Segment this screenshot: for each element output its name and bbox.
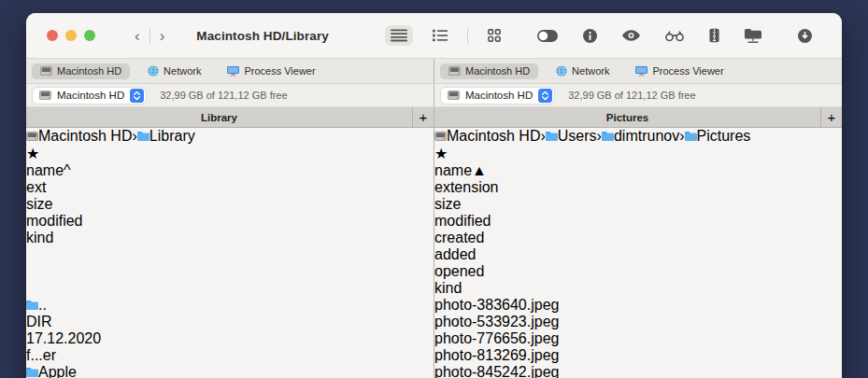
photo-item[interactable]: photo-533923.jpeg bbox=[434, 314, 842, 330]
column-header-name[interactable]: name▲ bbox=[434, 162, 842, 179]
breadcrumb-item[interactable]: Users bbox=[546, 128, 597, 144]
breadcrumb-item[interactable]: Macintosh HD bbox=[26, 128, 132, 144]
dual-pane-toggle-icon[interactable] bbox=[532, 26, 563, 46]
volume-selector[interactable]: Macintosh HD bbox=[32, 87, 147, 105]
forward-button[interactable]: › bbox=[150, 28, 175, 44]
right-drive-bar: Macintosh HD 32,99 GB of 121,12 GB free bbox=[434, 84, 842, 106]
history-nav: ‹ › bbox=[125, 28, 174, 44]
column-header-opened[interactable]: opened bbox=[434, 263, 842, 280]
column-header-added[interactable]: added bbox=[434, 246, 842, 263]
selected-volume-label: Macintosh HD bbox=[57, 90, 124, 101]
column-header-kind[interactable]: kind bbox=[434, 280, 842, 297]
detail-list-view-icon[interactable] bbox=[427, 25, 453, 46]
photo-item[interactable]: photo-845242.jpeg bbox=[434, 364, 842, 378]
right-tab-bar: Macintosh HDNetworkProcess Viewer bbox=[434, 59, 842, 83]
tab-network[interactable]: Network bbox=[548, 63, 618, 79]
network-folder-icon[interactable] bbox=[739, 25, 767, 47]
breadcrumb-item[interactable]: dimtrunov bbox=[602, 128, 679, 144]
breadcrumb: Macintosh HD›Users›dimtrunov›Pictures bbox=[434, 128, 842, 145]
photo-filename: photo-533923.jpeg bbox=[434, 314, 842, 330]
tab-process-viewer[interactable]: Process Viewer bbox=[627, 63, 732, 79]
breadcrumb-label: Library bbox=[149, 128, 195, 144]
breadcrumb-label: Macintosh HD bbox=[447, 128, 540, 144]
selected-volume-label: Macintosh HD bbox=[465, 90, 533, 101]
left-pane-title: Library bbox=[26, 107, 412, 127]
photo-filename: photo-845242.jpeg bbox=[434, 364, 842, 378]
breadcrumb-item[interactable]: Library bbox=[137, 128, 195, 144]
column-header-size[interactable]: size bbox=[434, 196, 842, 213]
tab-label: Process Viewer bbox=[652, 65, 723, 77]
drive-icon bbox=[448, 66, 461, 76]
download-icon[interactable] bbox=[792, 25, 818, 47]
monitor-icon bbox=[635, 66, 647, 77]
info-icon[interactable] bbox=[577, 25, 603, 47]
left-file-list[interactable]: ..DIR17.12.2020f...erAppleDIR01.01.2020f… bbox=[26, 297, 434, 378]
folder-icon bbox=[26, 300, 38, 310]
tab-label: Process Viewer bbox=[244, 65, 315, 77]
column-header-kind[interactable]: kind bbox=[26, 230, 434, 246]
photo-item[interactable]: photo-383640.jpeg bbox=[434, 297, 842, 314]
file-panes: ..DIR17.12.2020f...erAppleDIR01.01.2020f… bbox=[26, 297, 842, 378]
toolbar-divider bbox=[467, 29, 468, 43]
volume-stepper-icon[interactable] bbox=[130, 89, 144, 103]
tab-macintosh-hd[interactable]: Macintosh HD bbox=[440, 63, 538, 79]
breadcrumb-item[interactable]: Macintosh HD bbox=[434, 128, 540, 144]
photo-filename: photo-383640.jpeg bbox=[434, 297, 842, 314]
tab-macintosh-hd[interactable]: Macintosh HD bbox=[32, 63, 130, 79]
tab-label: Network bbox=[572, 65, 609, 77]
volume-stepper-icon[interactable] bbox=[538, 89, 552, 103]
favorites-button[interactable]: ★ bbox=[26, 145, 434, 162]
right-file-grid[interactable]: photo-383640.jpegphoto-533923.jpegphoto-… bbox=[434, 297, 842, 378]
tab-label: Macintosh HD bbox=[57, 65, 121, 77]
star-icon: ★ bbox=[434, 146, 448, 161]
add-tab-button[interactable]: + bbox=[820, 107, 842, 127]
list-view-icon[interactable] bbox=[385, 25, 413, 46]
column-header-created[interactable]: created bbox=[434, 230, 842, 246]
archive-zip-icon[interactable] bbox=[704, 24, 725, 47]
column-header-modified[interactable]: modified bbox=[26, 213, 434, 230]
title-bar: ‹ › Macintosh HD/Library bbox=[26, 13, 842, 59]
photo-item[interactable]: photo-776656.jpeg bbox=[434, 330, 842, 347]
tab-network[interactable]: Network bbox=[139, 63, 209, 79]
right-column-headers: name▲ extension size modified created ad… bbox=[434, 162, 842, 297]
folder-icon bbox=[602, 131, 614, 141]
right-breadcrumb-bar: Macintosh HD›Users›dimtrunov›Pictures ★ bbox=[434, 128, 842, 162]
tab-process-viewer[interactable]: Process Viewer bbox=[219, 63, 323, 79]
column-header-modified[interactable]: modified bbox=[434, 213, 842, 230]
traffic-lights bbox=[47, 30, 95, 41]
file-row[interactable]: AppleDIR01.01.2020f...er bbox=[26, 364, 434, 378]
add-tab-button[interactable]: + bbox=[412, 107, 434, 127]
column-header-size[interactable]: size bbox=[26, 196, 434, 213]
file-kind-cell: f...er bbox=[26, 347, 434, 364]
back-button[interactable]: ‹ bbox=[125, 28, 149, 44]
zoom-window-button[interactable] bbox=[84, 30, 95, 41]
monitor-icon bbox=[227, 66, 239, 77]
pane-title-bars: Library + Pictures + bbox=[26, 107, 842, 128]
favorites-button[interactable]: ★ bbox=[434, 145, 842, 162]
right-pane-title: Pictures bbox=[434, 107, 820, 127]
folder-icon bbox=[546, 131, 558, 141]
preview-eye-icon[interactable] bbox=[617, 26, 646, 45]
breadcrumb-bars: Macintosh HD›Library ★ Macintosh HD›User… bbox=[26, 128, 842, 162]
breadcrumb-item[interactable]: Pictures bbox=[685, 128, 751, 144]
drive-icon bbox=[40, 66, 52, 76]
column-header-ext[interactable]: ext bbox=[26, 179, 434, 196]
drive-icon bbox=[448, 91, 460, 100]
volume-selector[interactable]: Macintosh HD bbox=[440, 87, 555, 105]
photo-item[interactable]: photo-813269.jpeg bbox=[434, 347, 842, 364]
tab-bars: Macintosh HDNetworkProcess Viewer Macint… bbox=[26, 59, 842, 84]
left-pane-title-bar: Library + bbox=[26, 107, 434, 127]
close-window-button[interactable] bbox=[47, 30, 58, 41]
file-row[interactable]: ..DIR17.12.2020f...er bbox=[26, 297, 434, 364]
folder-icon bbox=[137, 131, 149, 141]
grid-view-icon[interactable] bbox=[482, 25, 506, 46]
minimize-window-button[interactable] bbox=[65, 30, 77, 41]
file-name: .. bbox=[38, 297, 47, 313]
column-header-extension[interactable]: extension bbox=[434, 179, 842, 196]
search-binoculars-icon[interactable] bbox=[660, 26, 690, 46]
breadcrumb-label: Users bbox=[558, 128, 597, 144]
photo-filename: photo-813269.jpeg bbox=[434, 347, 842, 364]
left-column-headers: name^ ext size modified kind bbox=[26, 162, 434, 297]
file-name-cell: .. bbox=[26, 297, 434, 314]
column-header-name[interactable]: name^ bbox=[26, 162, 434, 179]
